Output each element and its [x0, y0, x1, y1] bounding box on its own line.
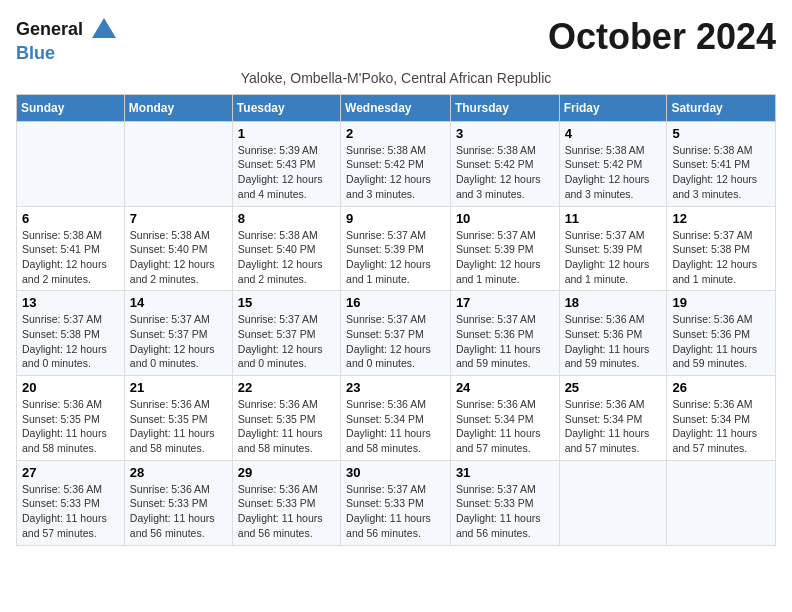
calendar-cell: 25Sunrise: 5:36 AM Sunset: 5:34 PM Dayli…	[559, 376, 667, 461]
day-number: 25	[565, 380, 662, 395]
day-number: 6	[22, 211, 119, 226]
month-title: October 2024	[548, 16, 776, 58]
day-of-week-header: Tuesday	[232, 94, 340, 121]
calendar-cell: 4Sunrise: 5:38 AM Sunset: 5:42 PM Daylig…	[559, 121, 667, 206]
day-of-week-header: Friday	[559, 94, 667, 121]
calendar-cell: 6Sunrise: 5:38 AM Sunset: 5:41 PM Daylig…	[17, 206, 125, 291]
calendar-cell: 20Sunrise: 5:36 AM Sunset: 5:35 PM Dayli…	[17, 376, 125, 461]
day-number: 15	[238, 295, 335, 310]
calendar-cell: 23Sunrise: 5:36 AM Sunset: 5:34 PM Dayli…	[341, 376, 451, 461]
calendar-cell: 21Sunrise: 5:36 AM Sunset: 5:35 PM Dayli…	[124, 376, 232, 461]
day-number: 29	[238, 465, 335, 480]
day-number: 10	[456, 211, 554, 226]
day-info: Sunrise: 5:38 AM Sunset: 5:42 PM Dayligh…	[565, 143, 662, 202]
title-area: October 2024	[548, 16, 776, 58]
calendar-cell: 8Sunrise: 5:38 AM Sunset: 5:40 PM Daylig…	[232, 206, 340, 291]
day-of-week-header: Wednesday	[341, 94, 451, 121]
day-info: Sunrise: 5:37 AM Sunset: 5:36 PM Dayligh…	[456, 312, 554, 371]
day-info: Sunrise: 5:37 AM Sunset: 5:33 PM Dayligh…	[456, 482, 554, 541]
subtitle: Yaloke, Ombella-M'Poko, Central African …	[16, 70, 776, 86]
day-info: Sunrise: 5:36 AM Sunset: 5:35 PM Dayligh…	[238, 397, 335, 456]
day-info: Sunrise: 5:36 AM Sunset: 5:34 PM Dayligh…	[672, 397, 770, 456]
day-info: Sunrise: 5:36 AM Sunset: 5:33 PM Dayligh…	[238, 482, 335, 541]
day-info: Sunrise: 5:38 AM Sunset: 5:42 PM Dayligh…	[346, 143, 445, 202]
day-number: 11	[565, 211, 662, 226]
calendar-cell: 12Sunrise: 5:37 AM Sunset: 5:38 PM Dayli…	[667, 206, 776, 291]
calendar-cell: 9Sunrise: 5:37 AM Sunset: 5:39 PM Daylig…	[341, 206, 451, 291]
calendar-cell: 24Sunrise: 5:36 AM Sunset: 5:34 PM Dayli…	[450, 376, 559, 461]
day-info: Sunrise: 5:36 AM Sunset: 5:33 PM Dayligh…	[130, 482, 227, 541]
day-info: Sunrise: 5:37 AM Sunset: 5:39 PM Dayligh…	[346, 228, 445, 287]
day-info: Sunrise: 5:37 AM Sunset: 5:38 PM Dayligh…	[672, 228, 770, 287]
day-number: 8	[238, 211, 335, 226]
header: General Blue October 2024	[16, 16, 776, 64]
calendar-cell: 15Sunrise: 5:37 AM Sunset: 5:37 PM Dayli…	[232, 291, 340, 376]
day-info: Sunrise: 5:36 AM Sunset: 5:34 PM Dayligh…	[456, 397, 554, 456]
day-info: Sunrise: 5:38 AM Sunset: 5:40 PM Dayligh…	[238, 228, 335, 287]
day-number: 27	[22, 465, 119, 480]
day-info: Sunrise: 5:37 AM Sunset: 5:39 PM Dayligh…	[565, 228, 662, 287]
calendar-body: 1Sunrise: 5:39 AM Sunset: 5:43 PM Daylig…	[17, 121, 776, 545]
day-info: Sunrise: 5:36 AM Sunset: 5:34 PM Dayligh…	[565, 397, 662, 456]
day-of-week-header: Saturday	[667, 94, 776, 121]
calendar-week-row: 27Sunrise: 5:36 AM Sunset: 5:33 PM Dayli…	[17, 460, 776, 545]
day-info: Sunrise: 5:37 AM Sunset: 5:37 PM Dayligh…	[346, 312, 445, 371]
calendar-cell: 2Sunrise: 5:38 AM Sunset: 5:42 PM Daylig…	[341, 121, 451, 206]
day-info: Sunrise: 5:36 AM Sunset: 5:35 PM Dayligh…	[22, 397, 119, 456]
calendar-cell: 19Sunrise: 5:36 AM Sunset: 5:36 PM Dayli…	[667, 291, 776, 376]
calendar-cell: 31Sunrise: 5:37 AM Sunset: 5:33 PM Dayli…	[450, 460, 559, 545]
day-number: 23	[346, 380, 445, 395]
day-number: 17	[456, 295, 554, 310]
day-number: 20	[22, 380, 119, 395]
day-info: Sunrise: 5:38 AM Sunset: 5:41 PM Dayligh…	[672, 143, 770, 202]
day-number: 13	[22, 295, 119, 310]
calendar-cell: 3Sunrise: 5:38 AM Sunset: 5:42 PM Daylig…	[450, 121, 559, 206]
day-number: 31	[456, 465, 554, 480]
calendar-cell: 26Sunrise: 5:36 AM Sunset: 5:34 PM Dayli…	[667, 376, 776, 461]
calendar-cell: 29Sunrise: 5:36 AM Sunset: 5:33 PM Dayli…	[232, 460, 340, 545]
day-number: 12	[672, 211, 770, 226]
calendar-week-row: 20Sunrise: 5:36 AM Sunset: 5:35 PM Dayli…	[17, 376, 776, 461]
calendar-cell: 10Sunrise: 5:37 AM Sunset: 5:39 PM Dayli…	[450, 206, 559, 291]
day-number: 3	[456, 126, 554, 141]
day-info: Sunrise: 5:37 AM Sunset: 5:39 PM Dayligh…	[456, 228, 554, 287]
day-info: Sunrise: 5:37 AM Sunset: 5:33 PM Dayligh…	[346, 482, 445, 541]
calendar-cell	[559, 460, 667, 545]
day-number: 7	[130, 211, 227, 226]
day-info: Sunrise: 5:37 AM Sunset: 5:37 PM Dayligh…	[130, 312, 227, 371]
calendar-cell	[124, 121, 232, 206]
calendar-week-row: 13Sunrise: 5:37 AM Sunset: 5:38 PM Dayli…	[17, 291, 776, 376]
calendar-week-row: 1Sunrise: 5:39 AM Sunset: 5:43 PM Daylig…	[17, 121, 776, 206]
day-number: 14	[130, 295, 227, 310]
day-number: 22	[238, 380, 335, 395]
calendar-cell: 14Sunrise: 5:37 AM Sunset: 5:37 PM Dayli…	[124, 291, 232, 376]
day-info: Sunrise: 5:38 AM Sunset: 5:42 PM Dayligh…	[456, 143, 554, 202]
day-number: 30	[346, 465, 445, 480]
day-of-week-header: Sunday	[17, 94, 125, 121]
day-number: 2	[346, 126, 445, 141]
day-number: 19	[672, 295, 770, 310]
day-number: 26	[672, 380, 770, 395]
day-number: 9	[346, 211, 445, 226]
day-info: Sunrise: 5:36 AM Sunset: 5:34 PM Dayligh…	[346, 397, 445, 456]
calendar-cell: 16Sunrise: 5:37 AM Sunset: 5:37 PM Dayli…	[341, 291, 451, 376]
calendar-header: SundayMondayTuesdayWednesdayThursdayFrid…	[17, 94, 776, 121]
calendar-week-row: 6Sunrise: 5:38 AM Sunset: 5:41 PM Daylig…	[17, 206, 776, 291]
day-info: Sunrise: 5:37 AM Sunset: 5:38 PM Dayligh…	[22, 312, 119, 371]
day-number: 4	[565, 126, 662, 141]
day-info: Sunrise: 5:39 AM Sunset: 5:43 PM Dayligh…	[238, 143, 335, 202]
calendar-cell: 28Sunrise: 5:36 AM Sunset: 5:33 PM Dayli…	[124, 460, 232, 545]
logo-icon	[90, 16, 118, 44]
day-info: Sunrise: 5:38 AM Sunset: 5:40 PM Dayligh…	[130, 228, 227, 287]
day-number: 5	[672, 126, 770, 141]
day-info: Sunrise: 5:38 AM Sunset: 5:41 PM Dayligh…	[22, 228, 119, 287]
logo-blue: Blue	[16, 44, 118, 64]
day-info: Sunrise: 5:36 AM Sunset: 5:36 PM Dayligh…	[565, 312, 662, 371]
day-number: 21	[130, 380, 227, 395]
day-info: Sunrise: 5:36 AM Sunset: 5:35 PM Dayligh…	[130, 397, 227, 456]
svg-marker-0	[92, 18, 116, 38]
calendar-cell: 17Sunrise: 5:37 AM Sunset: 5:36 PM Dayli…	[450, 291, 559, 376]
day-of-week-header: Thursday	[450, 94, 559, 121]
day-info: Sunrise: 5:37 AM Sunset: 5:37 PM Dayligh…	[238, 312, 335, 371]
calendar-cell: 7Sunrise: 5:38 AM Sunset: 5:40 PM Daylig…	[124, 206, 232, 291]
